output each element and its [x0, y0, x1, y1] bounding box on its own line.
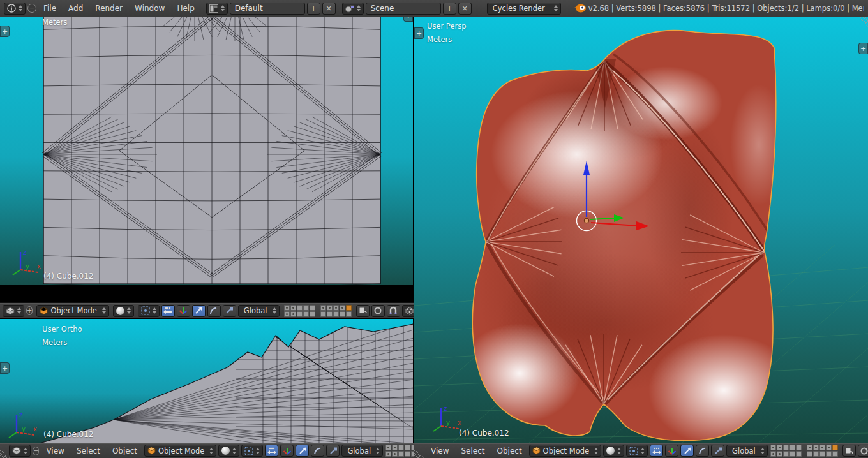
mode-dropdown[interactable]: Object Mode [529, 445, 601, 457]
screen-layout-name-field[interactable]: Default [230, 3, 305, 15]
layer-cell[interactable] [392, 445, 398, 450]
snap-toggle-button[interactable] [387, 305, 400, 317]
tool-shelf-expand-tab[interactable]: + [0, 362, 10, 374]
layer-cell[interactable] [826, 451, 832, 457]
layer-cell[interactable] [783, 445, 789, 450]
layers-group-2[interactable] [806, 444, 839, 457]
layer-cell[interactable] [807, 451, 812, 457]
lock-to-scene-button[interactable] [842, 445, 856, 457]
menu-help[interactable]: Help [172, 4, 199, 13]
render-border-button[interactable] [371, 305, 385, 317]
layer-cell[interactable] [796, 451, 802, 457]
layer-cell[interactable] [819, 451, 825, 457]
layer-cell[interactable] [310, 305, 315, 311]
layer-cell[interactable] [807, 445, 812, 450]
translate-manipulator-button[interactable] [280, 445, 294, 457]
move-manipulator-button[interactable] [192, 305, 206, 317]
layer-cell[interactable] [327, 311, 333, 317]
manipulator-toggle-button[interactable] [265, 445, 278, 457]
layer-cell[interactable] [826, 445, 832, 450]
menu-render[interactable]: Render [90, 4, 128, 13]
transform-orientation-dropdown[interactable]: Global [726, 445, 768, 457]
layer-cell[interactable] [385, 451, 391, 457]
rotate-manipulator-button[interactable] [311, 445, 324, 457]
layers-group-1[interactable] [385, 444, 414, 457]
transform-orientation-dropdown[interactable]: Global [238, 305, 280, 317]
pivot-point-dropdown[interactable] [138, 305, 160, 317]
scene-name-field[interactable]: Scene [366, 3, 441, 15]
layer-cell[interactable] [303, 305, 309, 311]
expand-menus-button[interactable]: + [26, 306, 33, 315]
layer-cell[interactable] [340, 305, 345, 311]
layer-cell[interactable] [832, 451, 838, 457]
mode-dropdown[interactable]: Object Mode [144, 445, 216, 457]
screen-layout-browse-button[interactable] [206, 3, 228, 15]
render-engine-dropdown[interactable]: Cycles Render [487, 3, 561, 15]
add-scene-button[interactable]: + [443, 3, 456, 15]
snap-element-dropdown[interactable] [402, 305, 414, 317]
3d-viewport-right[interactable]: User Persp Meters (4) Cube.012 zyx + + [414, 17, 868, 443]
layer-cell[interactable] [796, 445, 802, 450]
layer-cell[interactable] [770, 451, 776, 457]
layer-cell[interactable] [777, 451, 782, 457]
layers-group-1[interactable] [770, 444, 802, 457]
layer-cell[interactable] [284, 305, 290, 311]
add-screen-layout-button[interactable]: + [307, 3, 320, 15]
layer-cell[interactable] [297, 311, 303, 317]
layer-cell[interactable] [284, 311, 290, 317]
layer-cell[interactable] [770, 445, 776, 450]
layer-cell[interactable] [405, 451, 410, 457]
layer-cell[interactable] [320, 305, 326, 311]
menu-select[interactable]: Select [456, 447, 490, 455]
menu-add[interactable]: Add [63, 4, 88, 13]
layer-cell[interactable] [405, 445, 410, 450]
layer-cell[interactable] [290, 311, 296, 317]
editor-type-selector[interactable] [3, 305, 24, 317]
scale-manipulator-button[interactable] [326, 445, 340, 457]
3d-viewport-top-left[interactable]: User Ortho Meters (4) Cube.012 zyx + + [0, 0, 414, 285]
move-manipulator-button[interactable] [680, 445, 694, 457]
layer-cell[interactable] [398, 445, 404, 450]
menu-view[interactable]: View [41, 447, 69, 455]
viewport-shading-dropdown[interactable] [218, 445, 239, 457]
layer-cell[interactable] [346, 311, 352, 317]
translate-manipulator-button[interactable] [665, 445, 678, 457]
viewport-shading-dropdown[interactable] [113, 305, 134, 317]
scene-browse-button[interactable] [342, 3, 364, 15]
layer-cell[interactable] [392, 451, 398, 457]
menu-object[interactable]: Object [492, 447, 527, 455]
transform-orientation-dropdown[interactable]: Global [341, 445, 383, 457]
3d-viewport-bottom-left[interactable]: User Ortho Meters (4) Cube.012 zyx + [0, 318, 414, 443]
layer-cell[interactable] [789, 451, 795, 457]
properties-panel-expand-tab[interactable]: + [858, 43, 868, 54]
editor-type-selector[interactable] [9, 445, 31, 457]
layer-cell[interactable] [303, 311, 309, 317]
move-manipulator-button[interactable] [296, 445, 309, 457]
tool-shelf-expand-tab[interactable]: + [0, 26, 10, 37]
layers-group-2[interactable] [320, 304, 352, 318]
layer-cell[interactable] [333, 305, 339, 311]
layer-cell[interactable] [789, 445, 795, 450]
rotate-manipulator-button[interactable] [207, 305, 221, 317]
layer-cell[interactable] [783, 451, 789, 457]
render-border-button[interactable] [858, 445, 868, 457]
layer-cell[interactable] [777, 445, 782, 450]
collapse-menus-button[interactable]: − [33, 447, 39, 455]
editor-type-selector[interactable] [4, 3, 26, 15]
layer-cell[interactable] [310, 311, 315, 317]
menu-object[interactable]: Object [107, 447, 142, 455]
delete-screen-layout-button[interactable]: × [322, 3, 336, 15]
scale-manipulator-button[interactable] [711, 445, 724, 457]
tool-shelf-expand-tab[interactable]: + [414, 27, 424, 39]
layer-cell[interactable] [290, 305, 296, 311]
layer-cell[interactable] [819, 445, 825, 450]
area-resize-corner[interactable] [414, 448, 424, 458]
layer-cell[interactable] [832, 445, 838, 450]
manipulator-toggle-button[interactable] [161, 305, 175, 317]
manipulator-toggle-button[interactable] [650, 445, 663, 457]
layer-cell[interactable] [398, 451, 404, 457]
translate-manipulator-button[interactable] [177, 305, 190, 317]
layer-cell[interactable] [333, 311, 339, 317]
menu-window[interactable]: Window [130, 4, 170, 13]
area-resize-corner[interactable] [0, 448, 10, 458]
